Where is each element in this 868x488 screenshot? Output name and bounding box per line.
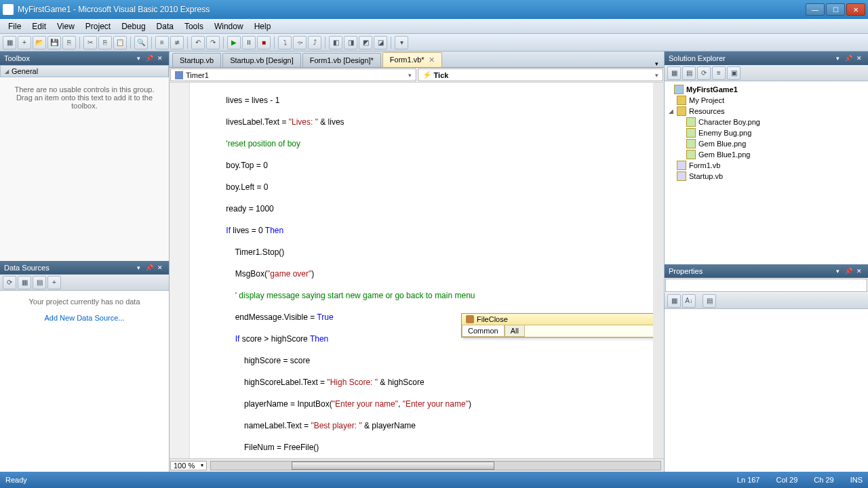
save-all-button[interactable]: ⎘ [62, 36, 76, 49]
break-button[interactable]: ⏸ [242, 36, 256, 49]
solution-tree[interactable]: MyFirstGame1 My Project ◢Resources Chara… [665, 81, 868, 264]
properties-grid[interactable] [665, 309, 868, 472]
toolbox-general-group[interactable]: General [0, 65, 169, 77]
tree-item[interactable]: Form1.vb [667, 160, 865, 171]
properties-object-combo[interactable] [665, 279, 867, 292]
paste-button[interactable]: 📋 [113, 36, 127, 49]
tree-item[interactable]: ◢Resources [667, 106, 865, 117]
horizontal-scrollbar[interactable] [210, 461, 661, 470]
datasources-close-icon[interactable]: ✕ [155, 263, 165, 272]
redo-button[interactable]: ↷ [206, 36, 220, 49]
sol-btn-viewcode[interactable]: ≡ [712, 66, 726, 80]
menu-help[interactable]: Help [249, 20, 277, 33]
step-over-button[interactable]: ⤼ [293, 36, 307, 49]
ds-btn-3[interactable]: ▤ [33, 276, 46, 289]
start-button[interactable]: ▶ [227, 36, 241, 49]
menu-project[interactable]: Project [80, 20, 116, 33]
sol-btn-properties[interactable]: ▦ [667, 66, 681, 80]
status-ins: INS [850, 476, 863, 484]
tb-button-c[interactable]: ◩ [359, 36, 372, 49]
tree-item[interactable]: My Project [667, 95, 865, 106]
sol-btn-refresh[interactable]: ⟳ [697, 66, 711, 80]
toolbox-dropdown-icon[interactable]: ▾ [134, 54, 143, 63]
tree-item[interactable]: Enemy Bug.png [667, 127, 865, 138]
toolbox-pin-icon[interactable]: 📌 [144, 54, 154, 63]
add-data-source-link[interactable]: Add New Data Source... [7, 314, 162, 322]
tree-item[interactable]: Gem Blue1.png [667, 149, 865, 160]
new-project-button[interactable]: ▦ [3, 36, 16, 49]
tb-button-a[interactable]: ◧ [329, 36, 342, 49]
sol-btn-showall[interactable]: ▤ [682, 66, 696, 80]
tb-button-d[interactable]: ◪ [374, 36, 387, 49]
class-combo[interactable]: Timer1 [170, 68, 416, 81]
properties-close-icon[interactable]: ✕ [854, 266, 864, 276]
properties-dropdown-icon[interactable]: ▾ [833, 266, 842, 276]
copy-button[interactable]: ⎘ [98, 36, 112, 49]
menu-file[interactable]: File [3, 20, 26, 33]
undo-button[interactable]: ↶ [191, 36, 205, 49]
menu-tools[interactable]: Tools [179, 20, 209, 33]
solution-pin-icon[interactable]: 📌 [844, 54, 853, 63]
maximize-button[interactable]: ☐ [826, 3, 845, 16]
code-content[interactable]: lives = lives - 1 livesLabel.Text = "Liv… [190, 83, 653, 458]
tab-startup-design[interactable]: Startup.vb [Design] [222, 53, 301, 67]
intellisense-tab-common[interactable]: Common [462, 325, 505, 337]
menu-data[interactable]: Data [151, 20, 179, 33]
ds-btn-2[interactable]: ▦ [18, 276, 31, 289]
open-button[interactable]: 📂 [33, 36, 46, 49]
uncomment-button[interactable]: ≢ [170, 36, 184, 49]
tree-item[interactable]: Gem Blue.png [667, 138, 865, 149]
image-icon [686, 117, 696, 127]
step-out-button[interactable]: ⤴ [308, 36, 321, 49]
cut-button[interactable]: ✂ [83, 36, 97, 49]
add-item-button[interactable]: + [18, 36, 31, 49]
tree-item[interactable]: Startup.vb [667, 171, 865, 182]
close-button[interactable]: ✕ [846, 3, 865, 16]
toolbox-title: Toolbox [4, 54, 30, 62]
stop-button[interactable]: ■ [257, 36, 271, 49]
tab-close-icon[interactable]: ✕ [429, 56, 435, 64]
solution-close-icon[interactable]: ✕ [854, 54, 864, 63]
statusbar: Ready Ln 167 Col 29 Ch 29 INS [0, 472, 868, 488]
save-button[interactable]: 💾 [47, 36, 61, 49]
folder-icon [677, 106, 686, 116]
menu-view[interactable]: View [52, 20, 80, 33]
properties-pin-icon[interactable]: 📌 [844, 266, 853, 276]
tab-startup-vb[interactable]: Startup.vb [172, 53, 221, 67]
intellisense-tab-all[interactable]: All [505, 325, 525, 337]
tb-button-b[interactable]: ◨ [344, 36, 357, 49]
prop-btn-pages[interactable]: ▤ [703, 294, 716, 308]
menu-window[interactable]: Window [209, 20, 249, 33]
datasources-body: Your project currently has no data Add N… [0, 291, 169, 472]
find-button[interactable]: 🔍 [134, 36, 148, 49]
code-editor[interactable]: lives = lives - 1 livesLabel.Text = "Liv… [170, 83, 664, 472]
ds-btn-1[interactable]: ⟳ [3, 276, 16, 289]
solution-dropdown-icon[interactable]: ▾ [833, 54, 842, 63]
tree-item[interactable]: Character Boy.png [667, 117, 865, 127]
properties-title: Properties [669, 267, 703, 275]
step-into-button[interactable]: ⤵ [278, 36, 292, 49]
minimize-button[interactable]: — [806, 3, 825, 16]
vb-file-icon [677, 171, 686, 181]
comment-button[interactable]: ≡ [155, 36, 169, 49]
vertical-scrollbar[interactable] [653, 83, 664, 458]
method-combo[interactable]: ⚡ Tick [418, 68, 664, 81]
tab-form1-design[interactable]: Form1.vb [Design]* [302, 53, 381, 67]
tab-form1-vb[interactable]: Form1.vb*✕ [382, 52, 442, 67]
tab-overflow-icon[interactable]: ▾ [652, 60, 661, 67]
window-title: MyFirstGame1 - Microsoft Visual Basic 20… [18, 5, 806, 14]
intellisense-popup[interactable]: FileClose Common All [461, 313, 664, 338]
prop-btn-categorized[interactable]: ▦ [667, 294, 681, 308]
menu-edit[interactable]: Edit [26, 20, 52, 33]
datasources-dropdown-icon[interactable]: ▾ [134, 263, 143, 272]
zoom-combo[interactable]: 100 % [170, 461, 207, 470]
tb-button-e[interactable]: ▾ [395, 36, 408, 49]
intellisense-item[interactable]: FileClose [462, 314, 664, 325]
datasources-pin-icon[interactable]: 📌 [144, 263, 154, 272]
prop-btn-alpha[interactable]: A↓ [682, 294, 696, 308]
tree-project[interactable]: MyFirstGame1 [667, 84, 865, 95]
menu-debug[interactable]: Debug [116, 20, 151, 33]
sol-btn-viewdesigner[interactable]: ▣ [727, 66, 741, 80]
toolbox-close-icon[interactable]: ✕ [155, 54, 165, 63]
ds-btn-4[interactable]: + [47, 276, 61, 289]
